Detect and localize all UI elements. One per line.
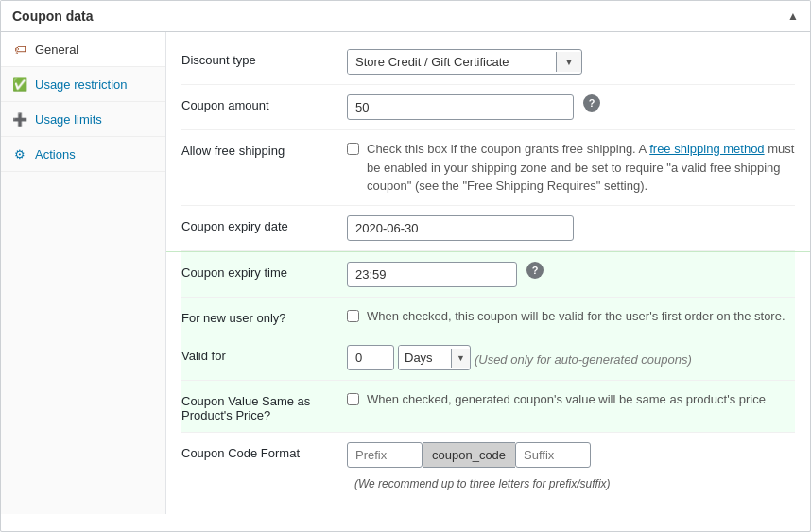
coupon-value-same-checkbox[interactable] [347, 393, 359, 405]
free-shipping-checkbox-wrapper: Check this box if the coupon grants free… [347, 140, 795, 196]
sidebar-label-usage-limits: Usage limits [35, 112, 102, 127]
field-new-user: When checked, this coupon will be valid … [347, 307, 795, 326]
free-shipping-link[interactable]: free shipping method [649, 142, 764, 156]
discount-select-wrapper: Percentage discount Fixed cart discount … [347, 49, 582, 75]
field-coupon-amount: ? [347, 94, 795, 120]
form-row-new-user: For new user only? When checked, this co… [181, 298, 795, 336]
field-coupon-value-same: When checked, generated coupon's value w… [347, 390, 795, 409]
new-user-checkbox[interactable] [347, 310, 359, 322]
gear-icon: ⚙ [12, 146, 27, 162]
sidebar-label-actions: Actions [35, 147, 76, 162]
field-expiry-date [347, 215, 795, 241]
free-shipping-description: Check this box if the coupon grants free… [367, 140, 795, 196]
content-area: Discount type Percentage discount Fixed … [166, 32, 810, 514]
prefix-input[interactable] [347, 442, 423, 468]
form-row-expiry-date: Coupon expiry date [181, 206, 795, 251]
expiry-time-help-icon[interactable]: ? [526, 262, 544, 279]
plus-circle-icon: ➕ [12, 112, 27, 127]
label-valid-for: Valid for [181, 345, 347, 363]
panel-body: 🏷 General ✅ Usage restriction ➕ Usage li… [1, 32, 810, 514]
discount-type-select[interactable]: Percentage discount Fixed cart discount … [348, 50, 556, 74]
days-arrow-icon: ▼ [451, 349, 470, 368]
panel-title: Coupon data [12, 9, 94, 24]
days-select-wrapper: Days Weeks Months ▼ [398, 345, 471, 370]
label-free-shipping: Allow free shipping [181, 140, 347, 158]
label-coupon-amount: Coupon amount [181, 94, 347, 112]
field-valid-for: Days Weeks Months ▼ (Used only for auto-… [347, 345, 795, 370]
form-row-coupon-amount: Coupon amount ? [181, 85, 795, 130]
field-coupon-code-format: coupon_code (We recommend up to three le… [347, 442, 795, 490]
panel-header: Coupon data ▲ [1, 1, 810, 32]
form-row-free-shipping: Allow free shipping Check this box if th… [181, 130, 795, 206]
new-user-checkbox-wrapper: When checked, this coupon will be valid … [347, 307, 795, 326]
valid-for-wrapper: Days Weeks Months ▼ (Used only for auto-… [347, 345, 692, 370]
form-row-discount-type: Discount type Percentage discount Fixed … [181, 40, 795, 85]
new-user-description: When checked, this coupon will be valid … [367, 307, 785, 326]
coupon-value-same-description: When checked, generated coupon's value w… [367, 390, 766, 409]
coupon-value-same-checkbox-wrapper: When checked, generated coupon's value w… [347, 390, 795, 409]
field-expiry-time: ? [347, 262, 795, 287]
coupon-amount-help-icon[interactable]: ? [583, 94, 600, 112]
field-free-shipping: Check this box if the coupon grants free… [347, 140, 795, 196]
coupon-amount-input[interactable] [347, 94, 574, 120]
form-row-expiry-time: Coupon expiry time ? [181, 252, 795, 298]
coupon-panel: Coupon data ▲ 🏷 General ✅ Usage restrict… [0, 0, 811, 532]
coupon-code-recommendation: (We recommend up to three letters for pr… [354, 477, 795, 490]
form-row-valid-for: Valid for Days Weeks Months ▼ [181, 335, 795, 381]
circle-check-icon: ✅ [12, 77, 27, 92]
coupon-expiry-time-input[interactable] [347, 262, 517, 287]
free-shipping-checkbox[interactable] [347, 143, 359, 155]
form-row-coupon-code-format: Coupon Code Format coupon_code (We recom… [181, 433, 795, 500]
field-discount-type: Percentage discount Fixed cart discount … [347, 49, 795, 75]
sidebar-item-usage-limits[interactable]: ➕ Usage limits [1, 102, 165, 137]
select-arrow-icon: ▼ [556, 52, 581, 72]
panel-toggle[interactable]: ▲ [787, 9, 799, 23]
form-table: Discount type Percentage discount Fixed … [166, 32, 810, 507]
coupon-expiry-date-input[interactable] [347, 215, 574, 241]
valid-for-input[interactable] [347, 345, 394, 370]
label-new-user: For new user only? [181, 307, 347, 325]
coupon-code-format-wrapper: coupon_code [347, 442, 591, 468]
label-coupon-value-same: Coupon Value Same as Product's Price? [181, 390, 347, 422]
valid-for-helper: (Used only for auto-generated coupons) [475, 349, 692, 367]
form-row-coupon-value-same: Coupon Value Same as Product's Price? Wh… [181, 381, 795, 433]
sidebar: 🏷 General ✅ Usage restriction ➕ Usage li… [1, 32, 166, 514]
tag-icon: 🏷 [12, 42, 27, 57]
coupon-code-box: coupon_code [423, 442, 515, 468]
sidebar-label-usage-restriction: Usage restriction [35, 77, 128, 92]
label-discount-type: Discount type [181, 49, 347, 67]
sidebar-item-actions[interactable]: ⚙ Actions [1, 137, 165, 172]
label-coupon-code-format: Coupon Code Format [181, 442, 347, 460]
label-expiry-date: Coupon expiry date [181, 215, 347, 233]
sidebar-item-general[interactable]: 🏷 General [1, 32, 165, 67]
label-expiry-time: Coupon expiry time [181, 262, 347, 280]
sidebar-label-general: General [35, 43, 78, 57]
days-select[interactable]: Days Weeks Months [399, 346, 451, 369]
suffix-input[interactable] [515, 442, 591, 468]
sidebar-item-usage-restriction[interactable]: ✅ Usage restriction [1, 67, 165, 102]
